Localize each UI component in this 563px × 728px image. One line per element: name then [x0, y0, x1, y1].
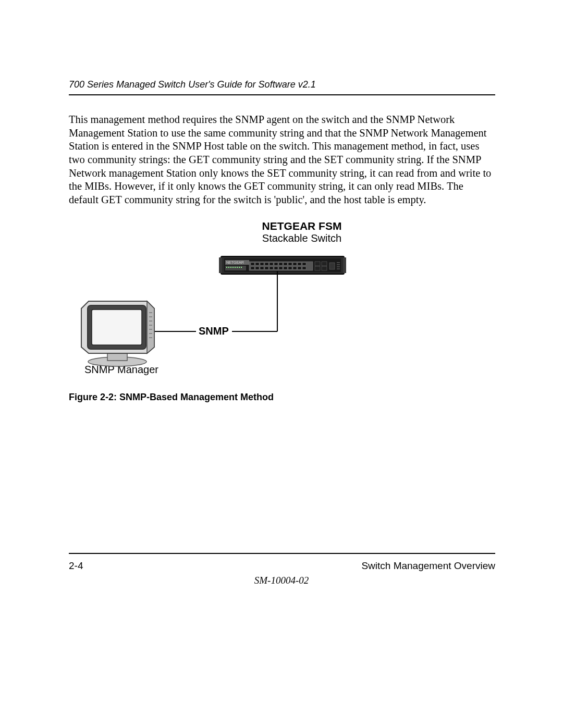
- svg-rect-27: [251, 267, 254, 269]
- connection-lines: [154, 271, 277, 331]
- svg-rect-22: [284, 263, 287, 265]
- section-title: Switch Management Overview: [361, 560, 495, 572]
- svg-rect-31: [270, 267, 273, 269]
- svg-rect-42: [322, 266, 327, 270]
- svg-rect-38: [302, 267, 306, 269]
- svg-rect-28: [255, 267, 259, 269]
- page-footer: 2-4 Switch Management Overview: [69, 553, 495, 572]
- document-id: SM-10004-02: [0, 575, 563, 586]
- svg-rect-36: [293, 267, 297, 269]
- svg-rect-11: [237, 267, 238, 268]
- running-header: 700 Series Managed Switch User's Guide f…: [69, 79, 495, 95]
- svg-rect-3: [343, 257, 346, 273]
- svg-rect-35: [288, 267, 292, 269]
- svg-rect-18: [265, 263, 268, 265]
- svg-rect-13: [241, 267, 242, 268]
- svg-rect-2: [219, 257, 222, 273]
- svg-rect-40: [315, 266, 320, 270]
- svg-rect-41: [322, 262, 327, 266]
- svg-rect-7: [228, 267, 229, 268]
- page-number: 2-4: [69, 560, 83, 572]
- svg-rect-15: [251, 263, 254, 265]
- svg-rect-6: [226, 267, 227, 268]
- svg-rect-43: [329, 263, 335, 269]
- switch-logo: NETGEAR: [226, 261, 244, 264]
- svg-rect-12: [239, 267, 240, 268]
- svg-rect-21: [279, 263, 283, 265]
- page: 700 Series Managed Switch User's Guide f…: [0, 0, 563, 728]
- svg-rect-26: [302, 263, 306, 265]
- svg-rect-32: [274, 267, 278, 269]
- figure-caption: Figure 2-2: SNMP-Based Management Method: [69, 392, 495, 403]
- switch-icon: NETGEAR: [219, 256, 346, 274]
- monitor-icon: [81, 301, 154, 366]
- svg-rect-17: [260, 263, 264, 265]
- svg-rect-20: [274, 263, 278, 265]
- svg-rect-37: [298, 267, 301, 269]
- svg-rect-23: [288, 263, 292, 265]
- svg-rect-16: [255, 263, 259, 265]
- svg-rect-19: [270, 263, 273, 265]
- svg-rect-10: [235, 267, 236, 268]
- body-paragraph: This management method requires the SNMP…: [69, 113, 495, 206]
- svg-rect-30: [265, 267, 268, 269]
- svg-rect-33: [279, 267, 283, 269]
- svg-rect-39: [315, 262, 320, 266]
- svg-rect-25: [298, 263, 301, 265]
- svg-rect-34: [284, 267, 287, 269]
- svg-rect-9: [232, 267, 234, 268]
- svg-rect-54: [92, 310, 142, 345]
- svg-rect-5: [225, 266, 246, 270]
- svg-rect-24: [293, 263, 297, 265]
- svg-rect-29: [260, 267, 264, 269]
- figure-snmp-management: NETGEAR FSM Stackable Switch SNMP SNMP M…: [69, 220, 495, 380]
- diagram-svg: NETGEAR: [69, 220, 350, 376]
- svg-rect-8: [230, 267, 231, 268]
